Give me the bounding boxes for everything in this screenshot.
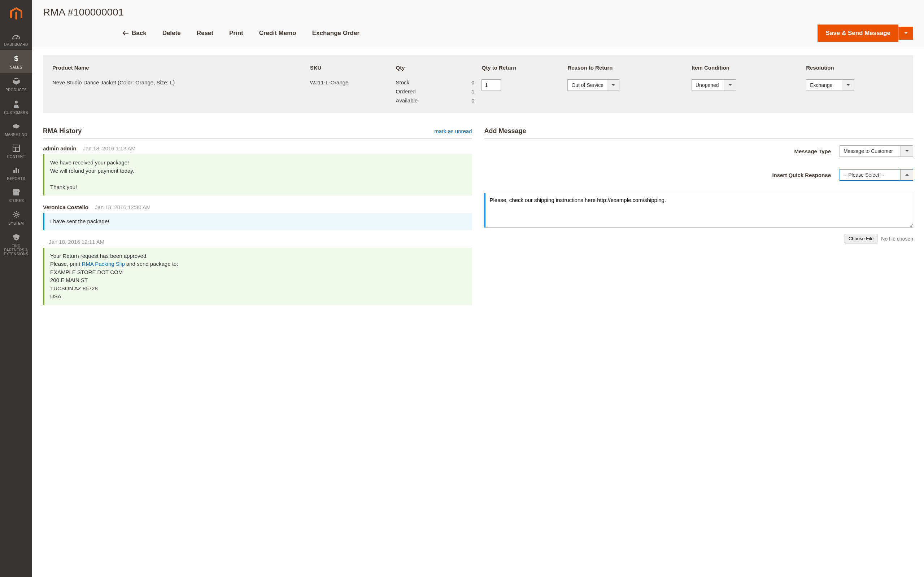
rma-items-panel: Product Name SKU Qty Qty to Return Reaso… xyxy=(43,55,913,113)
sidebar-item-dashboard[interactable]: DASHBOARD xyxy=(0,28,32,50)
products-icon xyxy=(12,77,20,86)
rma-history-column: RMA History mark as unread admin admin J… xyxy=(43,127,472,314)
gear-icon xyxy=(12,211,20,219)
quick-response-toggle[interactable] xyxy=(901,169,913,181)
toolbar: Back Delete Reset Print Credit Memo Exch… xyxy=(43,24,913,47)
history-date: Jan 18, 2016 1:13 AM xyxy=(83,145,136,152)
stores-icon xyxy=(12,189,20,197)
sidebar-item-customers[interactable]: CUSTOMERS xyxy=(0,95,32,118)
page-title: RMA #100000001 xyxy=(43,6,913,18)
add-message-title: Add Message xyxy=(485,127,526,135)
resolution-select-toggle[interactable] xyxy=(842,79,855,91)
sidebar-item-marketing[interactable]: MARKETING xyxy=(0,118,32,140)
file-status: No file chosen xyxy=(881,236,913,242)
message-type-toggle[interactable] xyxy=(901,145,913,157)
reason-select[interactable]: Out of Service xyxy=(567,79,607,91)
condition-select[interactable]: Unopened xyxy=(691,79,724,91)
history-message: Your Return request has been approved. P… xyxy=(43,248,472,305)
quick-response-select[interactable]: -- Please Select -- xyxy=(840,169,901,181)
history-message: I have sent the package! xyxy=(43,213,472,230)
message-type-select[interactable]: Message to Customer xyxy=(840,145,901,157)
dashboard-icon xyxy=(12,32,21,40)
delete-button[interactable]: Delete xyxy=(162,27,181,40)
rma-items-table: Product Name SKU Qty Qty to Return Reaso… xyxy=(49,62,908,106)
col-sku: SKU xyxy=(307,62,393,77)
content-icon xyxy=(13,145,20,153)
cell-product: Neve Studio Dance Jacket (Color: Orange,… xyxy=(49,77,307,106)
back-button[interactable]: Back xyxy=(122,27,147,40)
magento-logo-icon xyxy=(10,7,23,21)
chevron-down-icon xyxy=(611,84,615,86)
chevron-down-icon xyxy=(905,150,909,152)
cell-sku: WJ11-L-Orange xyxy=(307,77,393,106)
exchange-order-button[interactable]: Exchange Order xyxy=(312,27,360,40)
history-message: We have received your package! We will r… xyxy=(43,154,472,195)
print-button[interactable]: Print xyxy=(229,27,243,40)
cell-condition: Unopened xyxy=(688,77,802,106)
sidebar-item-reports[interactable]: REPORTS xyxy=(0,162,32,184)
main-content: RMA #100000001 Back Delete Reset Print C… xyxy=(32,0,924,577)
qty-return-input[interactable] xyxy=(481,79,501,91)
sidebar-item-content[interactable]: CONTENT xyxy=(0,140,32,162)
sidebar-label: MARKETING xyxy=(5,133,27,137)
sidebar-label: REPORTS xyxy=(7,177,25,181)
history-author: Veronica Costello xyxy=(43,204,89,210)
col-qty: Qty xyxy=(393,62,478,77)
magento-logo[interactable] xyxy=(0,0,32,28)
sidebar-item-products[interactable]: PRODUCTS xyxy=(0,73,32,95)
choose-file-button[interactable]: Choose File xyxy=(845,234,877,243)
svg-rect-2 xyxy=(13,145,19,152)
credit-memo-button[interactable]: Credit Memo xyxy=(259,27,296,40)
sidebar-label: DASHBOARD xyxy=(4,43,28,47)
add-message-column: Add Message Message Type Message to Cust… xyxy=(485,127,914,314)
message-body-textarea[interactable] xyxy=(485,193,914,227)
sidebar-item-stores[interactable]: STORES xyxy=(0,184,32,206)
svg-rect-7 xyxy=(18,169,19,173)
save-dropdown-button[interactable] xyxy=(898,27,913,40)
chevron-up-icon xyxy=(905,174,909,176)
cell-qty-return xyxy=(478,77,564,106)
sidebar-item-sales[interactable]: $ SALES xyxy=(0,50,32,73)
table-row: Neve Studio Dance Jacket (Color: Orange,… xyxy=(49,77,908,106)
col-reason: Reason to Return xyxy=(564,62,688,77)
page-header: RMA #100000001 Back Delete Reset Print C… xyxy=(32,0,924,47)
svg-point-1 xyxy=(15,101,18,103)
col-resolution: Resolution xyxy=(802,62,908,77)
sidebar-label: FIND PARTNERS & EXTENSIONS xyxy=(2,244,31,256)
sidebar-label: STORES xyxy=(8,199,24,203)
reason-select-toggle[interactable] xyxy=(607,79,619,91)
sidebar-item-system[interactable]: SYSTEM xyxy=(0,206,32,229)
col-condition: Item Condition xyxy=(688,62,802,77)
sidebar-label: SALES xyxy=(10,65,23,69)
reset-button[interactable]: Reset xyxy=(197,27,213,40)
sidebar-item-partners[interactable]: FIND PARTNERS & EXTENSIONS xyxy=(0,229,32,259)
history-date: Jan 18, 2016 12:30 AM xyxy=(95,204,150,210)
sidebar-label: CONTENT xyxy=(7,155,25,159)
chevron-down-icon xyxy=(904,32,908,35)
history-author: admin admin xyxy=(43,145,76,152)
save-send-button[interactable]: Save & Send Message xyxy=(817,24,898,42)
resolution-select[interactable]: Exchange xyxy=(806,79,842,91)
condition-select-toggle[interactable] xyxy=(724,79,736,91)
quick-response-label: Insert Quick Response xyxy=(772,172,831,178)
history-entry: admin admin Jan 18, 2016 1:13 AM We have… xyxy=(43,145,472,195)
reports-icon xyxy=(13,167,20,174)
packing-slip-link[interactable]: RMA Packing Slip xyxy=(82,261,125,267)
mark-unread-link[interactable]: mark as unread xyxy=(434,128,472,134)
sidebar-label: SYSTEM xyxy=(8,221,24,226)
sidebar-label: PRODUCTS xyxy=(5,88,27,92)
message-type-label: Message Type xyxy=(795,148,831,154)
cell-resolution: Exchange xyxy=(802,77,908,106)
history-date: Jan 18, 2016 12:11 AM xyxy=(49,239,104,245)
history-title: RMA History xyxy=(43,127,82,135)
cell-reason: Out of Service xyxy=(564,77,688,106)
svg-point-8 xyxy=(15,213,17,216)
partners-icon xyxy=(12,233,20,242)
svg-rect-5 xyxy=(13,170,15,173)
col-qty-return: Qty to Return xyxy=(478,62,564,77)
chevron-down-icon xyxy=(846,84,850,86)
sidebar-label: CUSTOMERS xyxy=(4,111,28,115)
chevron-down-icon xyxy=(729,84,732,86)
history-entry: Jan 18, 2016 12:11 AM Your Return reques… xyxy=(43,239,472,305)
history-entry: Veronica Costello Jan 18, 2016 12:30 AM … xyxy=(43,204,472,230)
